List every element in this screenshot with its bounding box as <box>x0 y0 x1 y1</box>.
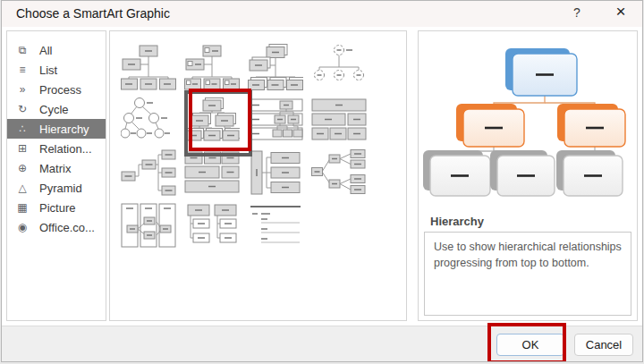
sidebar-item-label: Office.co... <box>39 221 95 234</box>
smartart-thumbnail-9[interactable] <box>121 149 176 196</box>
sidebar-item-process[interactable]: » Process <box>7 80 106 99</box>
sidebar-item-list[interactable]: ≡ List <box>7 60 106 80</box>
globe-icon: ◉ <box>15 221 30 233</box>
sidebar-item-label: Process <box>39 83 81 97</box>
hierarchy-icon: ∴ <box>15 123 30 135</box>
preview-heading: Hierarchy <box>430 215 484 228</box>
smartart-thumbnail-13[interactable] <box>121 202 176 249</box>
smartart-thumbnail-8[interactable] <box>311 97 367 143</box>
smartart-thumbnail-14[interactable] <box>184 202 240 249</box>
sidebar-item-office-com[interactable]: ◉ Office.co... <box>7 217 106 237</box>
sidebar-item-label: Picture <box>39 201 75 215</box>
relationship-icon: ⊞ <box>15 142 30 155</box>
smartart-thumbnail-5[interactable] <box>121 97 176 143</box>
process-icon: » <box>15 83 30 96</box>
sidebar-item-picture[interactable]: ▦ Picture <box>7 198 106 217</box>
preview-panel: Hierarchy Use to show hierarchical relat… <box>418 30 638 321</box>
smartart-thumbnail-15[interactable] <box>248 202 303 249</box>
smartart-thumbnail-11[interactable] <box>248 149 303 196</box>
smartart-thumbnail-7[interactable] <box>248 97 303 143</box>
matrix-icon: ⊕ <box>15 162 30 174</box>
smartart-thumbnail-3[interactable] <box>248 44 303 90</box>
dialog-title: Choose a SmartArt Graphic <box>16 6 170 21</box>
sidebar-item-matrix[interactable]: ⊕ Matrix <box>7 158 106 178</box>
sidebar-item-relationship[interactable]: ⊞ Relation... <box>7 139 106 158</box>
smartart-thumbnail-4[interactable] <box>311 44 367 90</box>
annotation-box-ok <box>487 323 566 362</box>
cycle-icon: ↻ <box>15 103 30 115</box>
thumbnail-grid <box>110 31 406 249</box>
smartart-thumbnail-2[interactable] <box>184 44 240 90</box>
sidebar-item-label: Matrix <box>39 162 71 175</box>
help-icon[interactable]: ? <box>567 5 587 20</box>
close-icon[interactable]: × <box>610 2 631 21</box>
preview-description: Use to show hierarchical relationships p… <box>424 232 631 316</box>
sidebar-item-label: Pyramid <box>39 182 82 195</box>
sidebar-item-label: List <box>39 63 57 77</box>
sidebar-item-cycle[interactable]: ↻ Cycle <box>7 99 106 119</box>
sidebar-item-label: Hierarchy <box>39 123 89 136</box>
sidebar-item-pyramid[interactable]: △ Pyramid <box>7 178 106 198</box>
smartart-thumbnail-1[interactable] <box>121 44 176 90</box>
picture-icon: ▦ <box>15 201 30 214</box>
sidebar-item-label: Cycle <box>39 103 69 116</box>
smartart-preview-image <box>420 33 635 212</box>
annotation-box-thumbnail <box>189 89 251 151</box>
sidebar-item-label: Relation... <box>39 142 92 156</box>
sidebar-item-all[interactable]: ⧉ All <box>7 40 106 60</box>
sidebar-item-hierarchy[interactable]: ∴ Hierarchy <box>7 119 106 139</box>
smartart-gallery <box>109 30 407 321</box>
all-icon: ⧉ <box>15 44 30 56</box>
list-icon: ≡ <box>15 63 30 76</box>
sidebar-item-label: All <box>39 44 52 57</box>
smartart-dialog: Choose a SmartArt Graphic ? × ⧉ All ≡ Li… <box>1 0 643 362</box>
category-list: ⧉ All ≡ List » Process ↻ Cycle ∴ Hierarc… <box>6 30 106 321</box>
title-bar: Choose a SmartArt Graphic ? × <box>2 1 642 27</box>
pyramid-icon: △ <box>15 182 30 194</box>
smartart-thumbnail-12[interactable] <box>311 149 367 196</box>
cancel-button[interactable]: Cancel <box>574 334 633 356</box>
